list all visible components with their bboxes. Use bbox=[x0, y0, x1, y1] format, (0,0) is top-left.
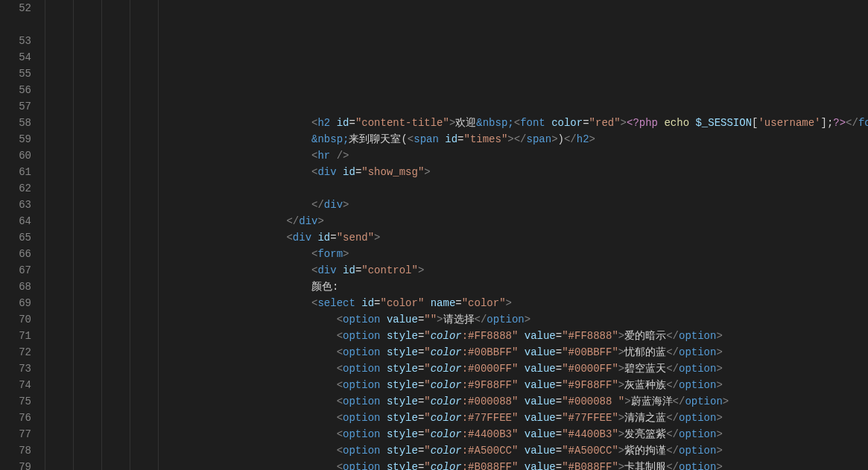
code-line[interactable]: </div> bbox=[45, 197, 868, 213]
indent bbox=[45, 311, 337, 328]
code-line[interactable]: <h2 id="content-title">欢迎&nbsp;<font col… bbox=[45, 115, 868, 131]
token-s: " bbox=[424, 363, 430, 375]
line-number: 62 bbox=[0, 180, 31, 197]
token-tn: h2 bbox=[577, 133, 589, 145]
code-line[interactable]: <option style="color:#00BBFF" value="#00… bbox=[45, 344, 868, 361]
token-p: > bbox=[618, 363, 624, 375]
token-eq: = bbox=[556, 330, 562, 342]
token-p: </ bbox=[286, 215, 299, 227]
token-tn: option bbox=[343, 412, 380, 424]
token-s: " bbox=[424, 428, 430, 440]
code-line[interactable]: &nbsp;来到聊天室(<span id="times"></span>)</h… bbox=[45, 131, 868, 147]
code-line[interactable]: <option style="color:#77FFEE" value="#77… bbox=[45, 410, 868, 426]
line-number: 71 bbox=[0, 328, 31, 344]
code-line[interactable]: <option style="color:#FF8888" value="#FF… bbox=[45, 328, 868, 344]
token-tn: div bbox=[317, 166, 336, 178]
token-prop: color bbox=[431, 363, 462, 375]
code-editor[interactable]: 5253545556575859606162636465666768697071… bbox=[0, 0, 868, 470]
indent bbox=[45, 197, 311, 213]
indent bbox=[45, 295, 311, 311]
code-line[interactable]: <option style="color:#4400B3" value="#44… bbox=[45, 426, 868, 442]
indent bbox=[45, 213, 286, 229]
token-tn: option bbox=[679, 461, 716, 470]
token-prop: color bbox=[431, 330, 462, 342]
token-an: id bbox=[337, 117, 349, 129]
code-line[interactable]: <div id="control"> bbox=[45, 262, 868, 279]
token-s: "#0000FF" bbox=[562, 363, 618, 375]
code-line[interactable]: <div id="show_msg"> bbox=[45, 164, 868, 180]
token-eq: = bbox=[556, 363, 562, 375]
token-p: > bbox=[374, 232, 380, 244]
token-p: > bbox=[716, 428, 722, 440]
token-s: :#B088FF" bbox=[462, 461, 519, 470]
code-line[interactable]: <option style="color:#9F88FF" value="#9F… bbox=[45, 377, 868, 393]
token-p: </ bbox=[514, 133, 527, 145]
token-eq: = bbox=[455, 297, 461, 309]
token-prop: color bbox=[431, 461, 462, 470]
token-tn: option bbox=[679, 379, 716, 391]
token-p: > bbox=[343, 199, 349, 211]
code-line[interactable]: <option style="color:#0000FF" value="#00… bbox=[45, 361, 868, 377]
token-p: > bbox=[506, 297, 512, 309]
code-line[interactable]: <form> bbox=[45, 246, 868, 262]
indent bbox=[45, 377, 337, 393]
token-s: "color" bbox=[380, 297, 424, 309]
token-p: > bbox=[618, 346, 624, 358]
token-an: color bbox=[551, 117, 583, 129]
indent bbox=[45, 147, 311, 164]
code-line[interactable]: <option style="color:#000088" value="#00… bbox=[45, 393, 868, 410]
token-s: " bbox=[424, 445, 430, 457]
token-p: < bbox=[337, 445, 343, 457]
token-p: > bbox=[618, 428, 624, 440]
token-an: value bbox=[525, 363, 556, 375]
code-line[interactable]: <div id="send"> bbox=[45, 229, 868, 246]
token-s: "#4400B3" bbox=[562, 428, 618, 440]
line-number: 54 bbox=[0, 49, 31, 66]
indent bbox=[45, 393, 337, 410]
token-an: value bbox=[525, 461, 556, 470]
token-eq: = bbox=[556, 461, 562, 470]
token-tn: option bbox=[343, 314, 380, 325]
token-p: </ bbox=[666, 346, 679, 358]
token-php: ?> bbox=[833, 117, 846, 129]
token-tn: option bbox=[679, 363, 716, 375]
indent bbox=[45, 262, 311, 279]
token-tn: option bbox=[679, 445, 716, 457]
token-tn: font bbox=[520, 117, 545, 129]
token-p: > bbox=[618, 445, 624, 457]
code-line[interactable] bbox=[45, 180, 868, 197]
token-s: "#000088 " bbox=[562, 396, 624, 407]
token-s: :#77FFEE" bbox=[462, 412, 519, 424]
token-eq: = bbox=[556, 428, 562, 440]
token-an: style bbox=[387, 445, 418, 457]
token-p: </ bbox=[666, 330, 679, 342]
token-txt: 来到聊天室( bbox=[349, 133, 407, 145]
token-an: id bbox=[343, 166, 355, 178]
line-number: 66 bbox=[0, 246, 31, 262]
token-txt: 欢迎 bbox=[455, 117, 476, 129]
code-area[interactable]: <h2 id="content-title">欢迎&nbsp;<font col… bbox=[45, 0, 868, 470]
token-tn: div bbox=[317, 264, 336, 276]
token-txt bbox=[380, 412, 386, 424]
token-prop: color bbox=[431, 445, 462, 457]
indent bbox=[45, 442, 337, 459]
token-an: value bbox=[387, 314, 418, 325]
code-line[interactable]: </div> bbox=[45, 213, 868, 229]
code-line[interactable]: <option value="">请选择</option> bbox=[45, 311, 868, 328]
code-line[interactable]: <hr /> bbox=[45, 147, 868, 164]
code-line[interactable]: <select id="color" name="color"> bbox=[45, 295, 868, 311]
token-s: :#A500CC" bbox=[462, 445, 519, 457]
line-number: 68 bbox=[0, 279, 31, 295]
line-number: 59 bbox=[0, 131, 31, 147]
token-tn: option bbox=[343, 461, 380, 470]
token-s: "#B088FF" bbox=[562, 461, 618, 470]
token-p: > bbox=[618, 330, 624, 342]
token-txt bbox=[424, 297, 430, 309]
indent bbox=[45, 426, 337, 442]
code-line[interactable]: 颜色: bbox=[45, 279, 868, 295]
token-p: < bbox=[337, 363, 343, 375]
code-line[interactable]: <option style="color:#A500CC" value="#A5… bbox=[45, 442, 868, 459]
token-txt bbox=[380, 363, 386, 375]
code-line[interactable]: <option style="color:#B088FF" value="#B0… bbox=[45, 459, 868, 470]
token-txt: 忧郁的蓝 bbox=[624, 346, 666, 358]
